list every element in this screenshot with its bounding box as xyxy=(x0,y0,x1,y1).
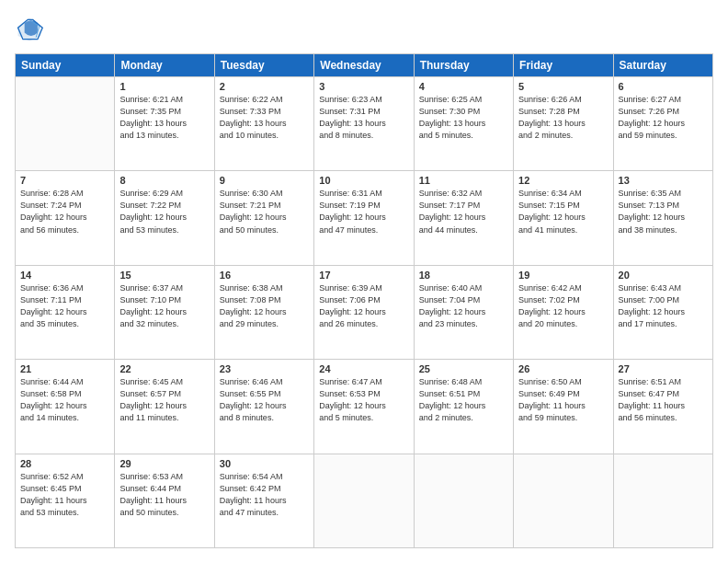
calendar-cell: 13 Sunrise: 6:35 AMSunset: 7:13 PMDaylig… xyxy=(613,171,712,265)
logo xyxy=(15,15,48,44)
day-info: Sunrise: 6:37 AMSunset: 7:10 PMDaylight:… xyxy=(119,282,209,330)
day-number: 3 xyxy=(319,81,408,92)
page: SundayMondayTuesdayWednesdayThursdayFrid… xyxy=(0,0,728,563)
day-info: Sunrise: 6:34 AMSunset: 7:15 PMDaylight:… xyxy=(518,188,608,236)
calendar-cell: 27 Sunrise: 6:51 AMSunset: 6:47 PMDaylig… xyxy=(613,360,712,454)
calendar-cell xyxy=(514,454,613,547)
day-number: 8 xyxy=(119,175,209,186)
day-number: 1 xyxy=(119,81,209,92)
calendar-cell xyxy=(314,454,414,547)
calendar-cell: 28 Sunrise: 6:52 AMSunset: 6:45 PMDaylig… xyxy=(16,454,115,547)
day-number: 17 xyxy=(319,270,408,281)
day-number: 16 xyxy=(220,270,309,281)
day-number: 29 xyxy=(119,458,209,469)
weekday-header-sunday: Sunday xyxy=(16,54,115,77)
week-row-0: 1 Sunrise: 6:21 AMSunset: 7:35 PMDayligh… xyxy=(16,77,713,171)
day-number: 2 xyxy=(220,81,309,92)
day-number: 13 xyxy=(619,175,708,186)
calendar-cell: 15 Sunrise: 6:37 AMSunset: 7:10 PMDaylig… xyxy=(115,265,214,359)
week-row-4: 28 Sunrise: 6:52 AMSunset: 6:45 PMDaylig… xyxy=(16,454,713,547)
calendar-cell: 23 Sunrise: 6:46 AMSunset: 6:55 PMDaylig… xyxy=(214,360,313,454)
calendar-cell: 8 Sunrise: 6:29 AMSunset: 7:22 PMDayligh… xyxy=(115,171,214,265)
calendar-cell: 11 Sunrise: 6:32 AMSunset: 7:17 PMDaylig… xyxy=(414,171,513,265)
day-info: Sunrise: 6:39 AMSunset: 7:06 PMDaylight:… xyxy=(319,282,408,330)
day-number: 26 xyxy=(518,363,608,374)
day-info: Sunrise: 6:51 AMSunset: 6:47 PMDaylight:… xyxy=(619,376,708,424)
calendar-cell: 18 Sunrise: 6:40 AMSunset: 7:04 PMDaylig… xyxy=(414,265,513,359)
week-row-3: 21 Sunrise: 6:44 AMSunset: 6:58 PMDaylig… xyxy=(16,360,713,454)
weekday-header-friday: Friday xyxy=(514,54,613,77)
day-info: Sunrise: 6:31 AMSunset: 7:19 PMDaylight:… xyxy=(319,188,408,236)
day-info: Sunrise: 6:46 AMSunset: 6:55 PMDaylight:… xyxy=(220,376,309,424)
calendar-cell: 26 Sunrise: 6:50 AMSunset: 6:49 PMDaylig… xyxy=(514,360,613,454)
day-number: 11 xyxy=(419,175,508,186)
day-info: Sunrise: 6:32 AMSunset: 7:17 PMDaylight:… xyxy=(419,188,508,236)
day-info: Sunrise: 6:38 AMSunset: 7:08 PMDaylight:… xyxy=(220,282,309,330)
day-number: 19 xyxy=(518,270,608,281)
day-info: Sunrise: 6:27 AMSunset: 7:26 PMDaylight:… xyxy=(619,94,708,142)
calendar-cell: 9 Sunrise: 6:30 AMSunset: 7:21 PMDayligh… xyxy=(214,171,313,265)
day-number: 18 xyxy=(419,270,508,281)
day-number: 7 xyxy=(20,175,109,186)
day-info: Sunrise: 6:48 AMSunset: 6:51 PMDaylight:… xyxy=(419,376,508,424)
calendar-cell: 20 Sunrise: 6:43 AMSunset: 7:00 PMDaylig… xyxy=(613,265,712,359)
day-number: 4 xyxy=(419,81,508,92)
week-row-2: 14 Sunrise: 6:36 AMSunset: 7:11 PMDaylig… xyxy=(16,265,713,359)
day-info: Sunrise: 6:35 AMSunset: 7:13 PMDaylight:… xyxy=(619,188,708,236)
day-info: Sunrise: 6:44 AMSunset: 6:58 PMDaylight:… xyxy=(20,376,109,424)
day-info: Sunrise: 6:53 AMSunset: 6:44 PMDaylight:… xyxy=(119,471,209,519)
day-number: 12 xyxy=(518,175,608,186)
day-number: 21 xyxy=(20,363,109,374)
day-info: Sunrise: 6:23 AMSunset: 7:31 PMDaylight:… xyxy=(319,94,408,142)
day-number: 27 xyxy=(619,363,708,374)
day-number: 5 xyxy=(518,81,608,92)
day-info: Sunrise: 6:47 AMSunset: 6:53 PMDaylight:… xyxy=(319,376,408,424)
calendar-cell xyxy=(613,454,712,547)
calendar-cell: 30 Sunrise: 6:54 AMSunset: 6:42 PMDaylig… xyxy=(214,454,313,547)
day-number: 24 xyxy=(319,363,408,374)
day-number: 15 xyxy=(119,270,209,281)
day-info: Sunrise: 6:54 AMSunset: 6:42 PMDaylight:… xyxy=(220,471,309,519)
calendar-cell: 2 Sunrise: 6:22 AMSunset: 7:33 PMDayligh… xyxy=(214,77,313,171)
header xyxy=(15,15,713,44)
day-info: Sunrise: 6:21 AMSunset: 7:35 PMDaylight:… xyxy=(119,94,209,142)
calendar-cell: 7 Sunrise: 6:28 AMSunset: 7:24 PMDayligh… xyxy=(16,171,115,265)
day-info: Sunrise: 6:29 AMSunset: 7:22 PMDaylight:… xyxy=(119,188,209,236)
calendar-cell: 19 Sunrise: 6:42 AMSunset: 7:02 PMDaylig… xyxy=(514,265,613,359)
day-number: 10 xyxy=(319,175,408,186)
day-info: Sunrise: 6:36 AMSunset: 7:11 PMDaylight:… xyxy=(20,282,109,330)
day-number: 20 xyxy=(619,270,708,281)
day-number: 23 xyxy=(220,363,309,374)
calendar-cell: 24 Sunrise: 6:47 AMSunset: 6:53 PMDaylig… xyxy=(314,360,414,454)
week-row-1: 7 Sunrise: 6:28 AMSunset: 7:24 PMDayligh… xyxy=(16,171,713,265)
weekday-header-saturday: Saturday xyxy=(613,54,712,77)
weekday-header-row: SundayMondayTuesdayWednesdayThursdayFrid… xyxy=(16,54,713,77)
day-info: Sunrise: 6:42 AMSunset: 7:02 PMDaylight:… xyxy=(518,282,608,330)
calendar-cell: 22 Sunrise: 6:45 AMSunset: 6:57 PMDaylig… xyxy=(115,360,214,454)
calendar-cell: 29 Sunrise: 6:53 AMSunset: 6:44 PMDaylig… xyxy=(115,454,214,547)
day-number: 22 xyxy=(119,363,209,374)
calendar-cell xyxy=(16,77,115,171)
day-number: 9 xyxy=(220,175,309,186)
day-info: Sunrise: 6:52 AMSunset: 6:45 PMDaylight:… xyxy=(20,471,109,519)
calendar-cell: 12 Sunrise: 6:34 AMSunset: 7:15 PMDaylig… xyxy=(514,171,613,265)
calendar-cell: 16 Sunrise: 6:38 AMSunset: 7:08 PMDaylig… xyxy=(214,265,313,359)
calendar-cell: 14 Sunrise: 6:36 AMSunset: 7:11 PMDaylig… xyxy=(16,265,115,359)
day-info: Sunrise: 6:28 AMSunset: 7:24 PMDaylight:… xyxy=(20,188,109,236)
calendar-cell: 10 Sunrise: 6:31 AMSunset: 7:19 PMDaylig… xyxy=(314,171,414,265)
day-info: Sunrise: 6:30 AMSunset: 7:21 PMDaylight:… xyxy=(220,188,309,236)
day-info: Sunrise: 6:25 AMSunset: 7:30 PMDaylight:… xyxy=(419,94,508,142)
calendar-table: SundayMondayTuesdayWednesdayThursdayFrid… xyxy=(15,53,713,548)
logo-icon xyxy=(15,15,44,44)
day-info: Sunrise: 6:45 AMSunset: 6:57 PMDaylight:… xyxy=(119,376,209,424)
weekday-header-thursday: Thursday xyxy=(414,54,513,77)
calendar-cell: 3 Sunrise: 6:23 AMSunset: 7:31 PMDayligh… xyxy=(314,77,414,171)
day-number: 28 xyxy=(20,458,109,469)
day-number: 30 xyxy=(220,458,309,469)
calendar-cell: 6 Sunrise: 6:27 AMSunset: 7:26 PMDayligh… xyxy=(613,77,712,171)
weekday-header-tuesday: Tuesday xyxy=(214,54,313,77)
day-info: Sunrise: 6:43 AMSunset: 7:00 PMDaylight:… xyxy=(619,282,708,330)
calendar-cell: 4 Sunrise: 6:25 AMSunset: 7:30 PMDayligh… xyxy=(414,77,513,171)
day-info: Sunrise: 6:50 AMSunset: 6:49 PMDaylight:… xyxy=(518,376,608,424)
calendar-cell xyxy=(414,454,513,547)
